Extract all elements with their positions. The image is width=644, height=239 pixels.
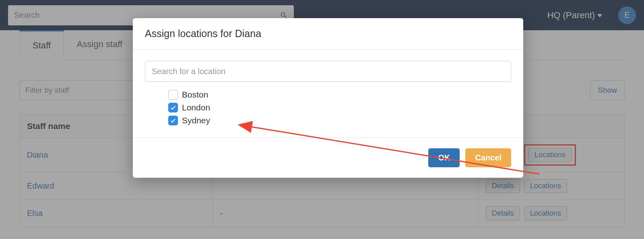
location-search-input[interactable] — [145, 61, 511, 82]
location-item[interactable]: Sydney — [168, 116, 511, 125]
ok-button[interactable]: OK — [428, 148, 460, 167]
checkbox[interactable] — [168, 103, 178, 112]
modal-title: Assign locations for Diana — [133, 18, 523, 50]
location-item[interactable]: London — [168, 103, 511, 112]
location-label: London — [182, 103, 210, 112]
location-label: Boston — [182, 90, 208, 100]
checkbox[interactable] — [168, 116, 178, 125]
assign-locations-modal: Assign locations for Diana BostonLondonS… — [133, 18, 523, 178]
cancel-button[interactable]: Cancel — [465, 148, 511, 167]
checkbox[interactable] — [168, 90, 178, 100]
location-label: Sydney — [182, 116, 210, 125]
location-list: BostonLondonSydney — [145, 90, 511, 125]
location-item[interactable]: Boston — [168, 90, 511, 100]
